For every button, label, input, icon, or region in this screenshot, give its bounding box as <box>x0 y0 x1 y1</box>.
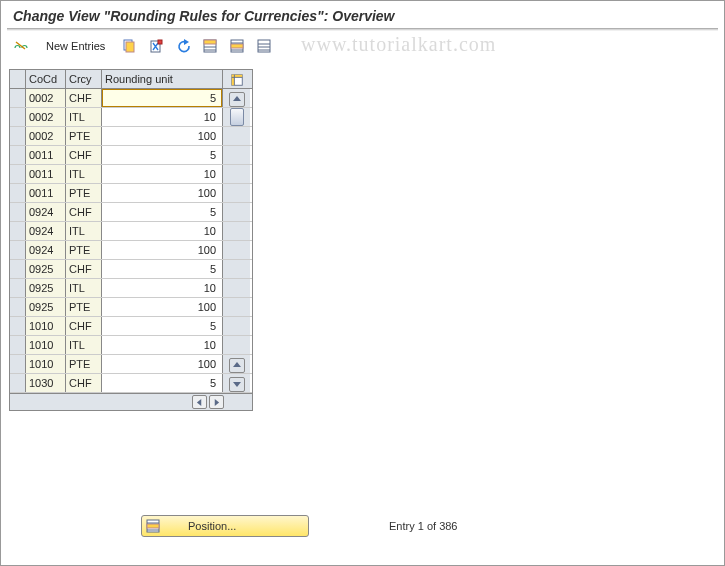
table-row[interactable]: 0002ITL10 <box>10 108 252 127</box>
row-selector[interactable] <box>10 203 26 221</box>
cell-unit[interactable]: 100 <box>102 298 222 316</box>
delete-button[interactable] <box>144 35 168 57</box>
cell-cocd[interactable]: 0924 <box>26 241 66 259</box>
cell-cocd[interactable]: 0925 <box>26 279 66 297</box>
row-selector[interactable] <box>10 260 26 278</box>
cell-unit[interactable]: 10 <box>102 165 222 183</box>
col-header-cocd[interactable]: CoCd <box>26 70 66 88</box>
table-row[interactable]: 0011PTE100 <box>10 184 252 203</box>
cell-unit[interactable]: 100 <box>102 127 222 145</box>
select-all-button[interactable] <box>198 35 222 57</box>
vscroll-up-button[interactable] <box>229 92 245 107</box>
cell-crcy[interactable]: CHF <box>66 89 102 107</box>
table-row[interactable]: 0925CHF5 <box>10 260 252 279</box>
row-selector[interactable] <box>10 336 26 354</box>
cell-crcy[interactable]: CHF <box>66 146 102 164</box>
cell-crcy[interactable]: CHF <box>66 203 102 221</box>
cell-unit[interactable]: 10 <box>102 222 222 240</box>
hscroll-left-button[interactable] <box>192 395 207 409</box>
table-row[interactable]: 0924PTE100 <box>10 241 252 260</box>
cell-crcy[interactable]: CHF <box>66 260 102 278</box>
table-settings-button[interactable] <box>222 70 250 88</box>
cell-cocd[interactable]: 0925 <box>26 298 66 316</box>
cell-crcy[interactable]: ITL <box>66 222 102 240</box>
row-selector[interactable] <box>10 165 26 183</box>
table-row[interactable]: 0924CHF5 <box>10 203 252 222</box>
cell-cocd[interactable]: 1010 <box>26 317 66 335</box>
cell-unit[interactable]: 5 <box>102 374 222 392</box>
table-row[interactable]: 0925PTE100 <box>10 298 252 317</box>
cell-unit[interactable]: 5 <box>102 260 222 278</box>
col-header-crcy[interactable]: Crcy <box>66 70 102 88</box>
toggle-change-button[interactable] <box>9 35 33 57</box>
cell-cocd[interactable]: 0011 <box>26 184 66 202</box>
cell-cocd[interactable]: 1030 <box>26 374 66 392</box>
cell-cocd[interactable]: 0925 <box>26 260 66 278</box>
table-row[interactable]: 1010ITL10 <box>10 336 252 355</box>
row-selector[interactable] <box>10 89 26 107</box>
cell-crcy[interactable]: PTE <box>66 298 102 316</box>
cell-crcy[interactable]: CHF <box>66 317 102 335</box>
table-row[interactable]: 0011ITL10 <box>10 165 252 184</box>
table-row[interactable]: 1010PTE100 <box>10 355 252 374</box>
cell-unit[interactable]: 5 <box>102 317 222 335</box>
table-row[interactable]: 0002CHF5 <box>10 89 252 108</box>
cell-crcy[interactable]: CHF <box>66 374 102 392</box>
vscroll-thumb[interactable] <box>230 108 244 126</box>
row-selector[interactable] <box>10 298 26 316</box>
cell-crcy[interactable]: ITL <box>66 279 102 297</box>
cell-crcy[interactable]: ITL <box>66 165 102 183</box>
cell-unit[interactable]: 5 <box>102 146 222 164</box>
cell-cocd[interactable]: 0924 <box>26 222 66 240</box>
cell-cocd[interactable]: 0011 <box>26 165 66 183</box>
cell-cocd[interactable]: 0924 <box>26 203 66 221</box>
cell-crcy[interactable]: PTE <box>66 241 102 259</box>
position-button[interactable]: Position... <box>141 515 309 537</box>
cell-unit[interactable]: 5 <box>102 89 222 107</box>
cell-unit[interactable]: 100 <box>102 241 222 259</box>
row-selector[interactable] <box>10 108 26 126</box>
row-selector[interactable] <box>10 279 26 297</box>
cell-crcy[interactable]: PTE <box>66 184 102 202</box>
hscroll-right-button[interactable] <box>209 395 224 409</box>
cell-cocd[interactable]: 0002 <box>26 89 66 107</box>
row-selector[interactable] <box>10 317 26 335</box>
new-entries-button[interactable]: New Entries <box>39 35 114 57</box>
table-row[interactable]: 0011CHF5 <box>10 146 252 165</box>
table-row[interactable]: 0924ITL10 <box>10 222 252 241</box>
cell-cocd[interactable]: 1010 <box>26 355 66 373</box>
col-header-selector[interactable] <box>10 70 26 88</box>
cell-crcy[interactable]: PTE <box>66 127 102 145</box>
table-row[interactable]: 1010CHF5 <box>10 317 252 336</box>
cell-cocd[interactable]: 0011 <box>26 146 66 164</box>
row-selector[interactable] <box>10 222 26 240</box>
copy-as-button[interactable] <box>117 35 141 57</box>
select-block-button[interactable] <box>225 35 249 57</box>
row-selector[interactable] <box>10 374 26 392</box>
cell-cocd[interactable]: 0002 <box>26 127 66 145</box>
cell-crcy[interactable]: PTE <box>66 355 102 373</box>
cell-cocd[interactable]: 0002 <box>26 108 66 126</box>
table-row[interactable]: 0925ITL10 <box>10 279 252 298</box>
row-selector[interactable] <box>10 241 26 259</box>
cell-crcy[interactable]: ITL <box>66 108 102 126</box>
col-header-unit[interactable]: Rounding unit <box>102 70 222 88</box>
cell-unit[interactable]: 10 <box>102 279 222 297</box>
row-selector[interactable] <box>10 355 26 373</box>
row-selector[interactable] <box>10 184 26 202</box>
vscroll-down-button[interactable] <box>229 377 245 392</box>
cell-unit[interactable]: 5 <box>102 203 222 221</box>
table-row[interactable]: 1030CHF5 <box>10 374 252 393</box>
cell-unit[interactable]: 10 <box>102 336 222 354</box>
row-selector[interactable] <box>10 146 26 164</box>
vscroll-up2-button[interactable] <box>229 358 245 373</box>
row-selector[interactable] <box>10 127 26 145</box>
undo-button[interactable] <box>171 35 195 57</box>
cell-crcy[interactable]: ITL <box>66 336 102 354</box>
table-row[interactable]: 0002PTE100 <box>10 127 252 146</box>
cell-unit[interactable]: 100 <box>102 184 222 202</box>
cell-unit[interactable]: 100 <box>102 355 222 373</box>
cell-unit[interactable]: 10 <box>102 108 222 126</box>
deselect-all-button[interactable] <box>252 35 276 57</box>
cell-cocd[interactable]: 1010 <box>26 336 66 354</box>
